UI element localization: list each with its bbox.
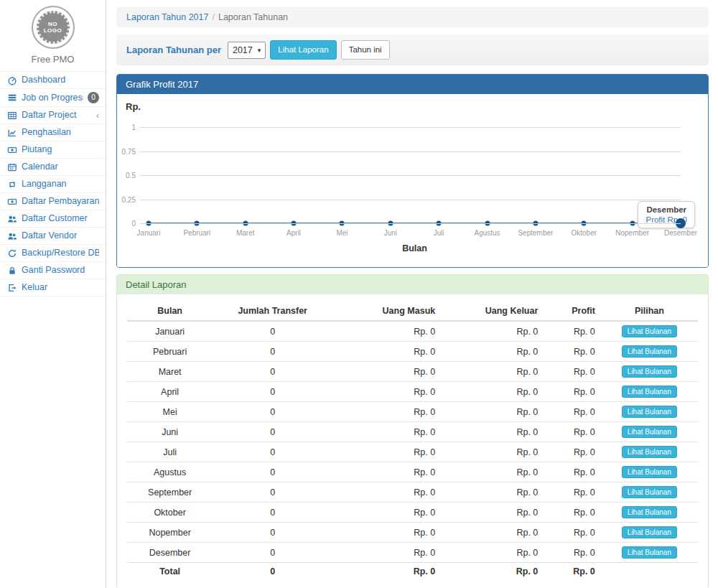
tasks-icon <box>6 93 17 103</box>
cell-masuk: Rp. 0 <box>332 342 441 362</box>
lihat-bulanan-button[interactable]: Lihat Bulanan <box>622 506 677 518</box>
lihat-bulanan-button[interactable]: Lihat Bulanan <box>622 546 677 559</box>
monthly-report-table: BulanJumlah TransferUang MasukUang Kelua… <box>127 302 698 580</box>
x-tick-label: Mei <box>336 229 348 237</box>
y-tick-label: 0.5 <box>117 172 136 179</box>
table-row: Mei0Rp. 0Rp. 0Rp. 0Lihat Bulanan <box>127 402 698 422</box>
sidebar-item-label: Backup/Restore DB <box>22 248 99 258</box>
chevron-left-icon: ‹ <box>96 112 99 119</box>
cell-masuk: Rp. 0 <box>332 321 441 342</box>
column-header-bulan: Bulan <box>127 302 213 321</box>
money-icon <box>6 145 17 155</box>
table-header-row: BulanJumlah TransferUang MasukUang Kelua… <box>127 302 698 321</box>
table-row: Maret0Rp. 0Rp. 0Rp. 0Lihat Bulanan <box>127 362 698 382</box>
cell-profit: Rp. 0 <box>544 523 601 543</box>
sidebar-item-label: Daftar Customer <box>22 213 99 224</box>
cell-jumlah: 0 <box>213 442 332 462</box>
lihat-bulanan-button[interactable]: Lihat Bulanan <box>622 365 677 378</box>
lihat-bulanan-button[interactable]: Lihat Bulanan <box>622 526 677 538</box>
cell-keluar: Rp. 0 <box>441 523 544 543</box>
cell-keluar: Rp. 0 <box>441 543 544 563</box>
cell-keluar: Rp. 0 <box>441 402 544 422</box>
tahun-ini-button[interactable]: Tahun ini <box>341 40 390 60</box>
sidebar-item-backup-restore-db[interactable]: Backup/Restore DB <box>0 245 106 262</box>
sidebar-item-daftar-project[interactable]: Daftar Project‹ <box>0 107 106 124</box>
gridline <box>140 151 681 152</box>
sidebar-item-label: Daftar Vendor <box>22 230 99 241</box>
cell-profit: Rp. 0 <box>544 402 601 422</box>
cell-profit: Rp. 0 <box>544 422 601 442</box>
cell-bulan: Pebruari <box>127 342 213 362</box>
x-tick-label: Nopember <box>615 229 649 237</box>
sidebar-item-penghasilan[interactable]: Penghasilan <box>0 124 106 141</box>
sidebar-item-piutang[interactable]: Piutang <box>0 141 106 159</box>
year-select-value: 2017 <box>233 45 253 55</box>
x-tick-label: September <box>518 229 553 237</box>
sidebar-item-label: Penghasilan <box>22 127 99 138</box>
lihat-bulanan-button[interactable]: Lihat Bulanan <box>622 466 677 478</box>
lihat-laporan-button[interactable]: Lihat Laporan <box>270 40 336 60</box>
cell-bulan: Mei <box>127 402 213 422</box>
cell-pilihan: Lihat Bulanan <box>601 362 698 382</box>
cell-pilihan: Lihat Bulanan <box>601 402 698 422</box>
lihat-bulanan-button[interactable]: Lihat Bulanan <box>622 446 677 458</box>
cell-jumlah: 0 <box>213 523 332 543</box>
profit-line-chart: Rp. Desember Profit Rp: 0 JanuariPebruar… <box>117 94 708 267</box>
x-tick-label: Pebruari <box>183 229 210 237</box>
lihat-bulanan-button[interactable]: Lihat Bulanan <box>622 486 677 498</box>
total-cell-empty <box>601 563 698 581</box>
sidebar-item-job-on-progress[interactable]: Job on Progress0 <box>0 89 106 107</box>
table-row: April0Rp. 0Rp. 0Rp. 0Lihat Bulanan <box>127 382 698 402</box>
year-select[interactable]: 2017 ▾ <box>228 42 266 59</box>
table-total-row: Total0Rp. 0Rp. 0Rp. 0 <box>127 563 698 581</box>
tooltip-month: Desember <box>645 205 687 214</box>
cell-pilihan: Lihat Bulanan <box>601 543 698 563</box>
lihat-bulanan-button[interactable]: Lihat Bulanan <box>622 386 677 398</box>
y-tick-label: 0.25 <box>117 196 136 204</box>
sidebar-item-label: Piutang <box>22 144 99 155</box>
cell-bulan: Juli <box>127 442 213 462</box>
sidebar-item-langganan[interactable]: Langganan <box>0 176 106 193</box>
main-content: Laporan Tahun 2017/Laporan Tahunan Lapor… <box>107 7 718 588</box>
sidebar-item-daftar-vendor[interactable]: Daftar Vendor <box>0 228 106 245</box>
cell-jumlah: 0 <box>213 462 332 482</box>
column-header-pilihan: Pilihan <box>601 302 698 321</box>
lihat-bulanan-button[interactable]: Lihat Bulanan <box>622 325 677 337</box>
cell-profit: Rp. 0 <box>544 442 601 462</box>
sidebar-item-label: Keluar <box>22 282 99 293</box>
app-logo: NO LOGO <box>32 6 75 49</box>
cell-masuk: Rp. 0 <box>332 543 441 563</box>
x-tick-label: Desember <box>664 229 697 237</box>
cell-keluar: Rp. 0 <box>441 442 544 462</box>
cell-jumlah: 0 <box>213 422 332 442</box>
total-cell-bulan: Total <box>127 563 213 581</box>
cell-pilihan: Lihat Bulanan <box>601 523 698 543</box>
breadcrumb: Laporan Tahun 2017/Laporan Tahunan <box>116 7 709 27</box>
cell-bulan: Desember <box>127 543 213 563</box>
sidebar-item-daftar-pembayaran[interactable]: Daftar Pembayaran <box>0 193 106 210</box>
x-tick-label: Oktober <box>571 229 597 237</box>
cell-profit: Rp. 0 <box>544 462 601 482</box>
cell-pilihan: Lihat Bulanan <box>601 442 698 462</box>
sidebar-item-calendar[interactable]: Calendar <box>0 159 106 176</box>
sidebar-item-ganti-password[interactable]: Ganti Password <box>0 262 106 279</box>
gridline <box>140 127 681 128</box>
table-row: Nopember0Rp. 0Rp. 0Rp. 0Lihat Bulanan <box>127 523 698 543</box>
gridline <box>140 200 681 200</box>
lihat-bulanan-button[interactable]: Lihat Bulanan <box>622 406 677 418</box>
breadcrumb-link-laporan-tahun[interactable]: Laporan Tahun 2017 <box>126 12 208 22</box>
sidebar-item-label: Langganan <box>22 179 99 190</box>
gridline <box>140 175 681 176</box>
x-tick-label: April <box>286 229 301 237</box>
cell-pilihan: Lihat Bulanan <box>601 422 698 442</box>
lihat-bulanan-button[interactable]: Lihat Bulanan <box>622 345 677 358</box>
sidebar-item-keluar[interactable]: Keluar <box>0 279 106 297</box>
column-header-uang-keluar: Uang Keluar <box>441 302 544 321</box>
lihat-bulanan-button[interactable]: Lihat Bulanan <box>622 426 677 438</box>
cell-jumlah: 0 <box>213 382 332 402</box>
sidebar-item-dashboard[interactable]: Dashboard <box>0 72 106 89</box>
cell-bulan: Nopember <box>127 523 213 543</box>
sidebar-item-daftar-customer[interactable]: Daftar Customer <box>0 210 106 228</box>
cell-jumlah: 0 <box>213 402 332 422</box>
cell-jumlah: 0 <box>213 503 332 523</box>
